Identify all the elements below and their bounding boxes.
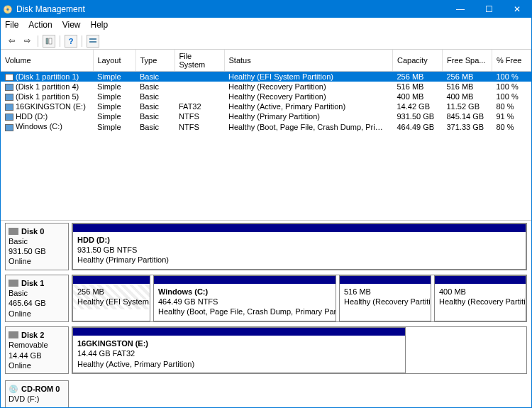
cell-free: 845.14 GB <box>443 111 492 121</box>
app-icon: 📀 <box>1 5 15 14</box>
menu-file[interactable]: File <box>5 20 18 30</box>
cell-layout: Simple <box>93 121 135 131</box>
svg-rect-1 <box>49 38 52 44</box>
volume-icon <box>5 124 13 131</box>
cell-volume: Windows (C:) <box>1 121 93 131</box>
volume-icon <box>5 84 13 91</box>
disk-row-0[interactable]: Disk 0 Basic 931.50 GB Online HDD (D:) 9… <box>5 223 527 270</box>
partition-block[interactable]: 516 MB Healthy (Recovery Partition) <box>339 275 431 321</box>
menu-action[interactable]: Action <box>28 20 52 30</box>
cell-free: 11.52 GB <box>443 101 492 111</box>
cell-layout: Simple <box>93 82 135 92</box>
cell-pct: 91 % <box>492 111 531 121</box>
disk-row-2[interactable]: Disk 2 Removable 14.44 GB Online 16GKING… <box>5 326 527 374</box>
disk-label[interactable]: Disk 0 Basic 931.50 GB Online <box>5 223 69 270</box>
partition-header <box>73 276 150 284</box>
disk-label[interactable]: Disk 2 Removable 14.44 GB Online <box>5 326 69 374</box>
table-row[interactable]: (Disk 1 partition 5)SimpleBasicHealthy (… <box>1 92 531 101</box>
col-volume[interactable]: Volume <box>1 50 93 72</box>
cell-capacity: 256 MB <box>393 72 443 82</box>
view-button[interactable] <box>87 35 99 48</box>
col-capacity[interactable]: Capacity <box>393 50 443 72</box>
col-filesystem[interactable]: File System <box>174 50 224 72</box>
volume-list-empty-area <box>1 132 531 220</box>
back-button[interactable]: ⇦ <box>5 35 18 48</box>
cell-type: Basic <box>135 111 174 121</box>
cell-type: Basic <box>135 92 174 101</box>
cell-capacity: 14.42 GB <box>393 101 443 111</box>
cell-status: Healthy (Recovery Partition) <box>224 92 393 101</box>
show-hide-console-tree-button[interactable] <box>43 35 55 48</box>
menu-view[interactable]: View <box>62 20 81 30</box>
window-title: Disk Management <box>15 4 446 14</box>
cell-pct: 80 % <box>492 121 531 131</box>
cell-capacity: 516 MB <box>393 82 443 92</box>
col-layout[interactable]: Layout <box>93 50 135 72</box>
cell-free: 371.33 GB <box>443 121 492 131</box>
cell-status: Healthy (EFI System Partition) <box>224 72 393 82</box>
menubar: File Action View Help <box>1 18 531 33</box>
cell-type: Basic <box>135 82 174 92</box>
partition-header <box>435 276 526 284</box>
table-row[interactable]: HDD (D:)SimpleBasicNTFSHealthy (Primary … <box>1 111 531 121</box>
cell-free: 256 MB <box>443 72 492 82</box>
cell-layout: Simple <box>93 92 135 101</box>
svg-rect-0 <box>46 38 48 44</box>
separator <box>60 35 60 47</box>
partition-block[interactable]: 400 MB Healthy (Recovery Partition) <box>434 275 526 321</box>
toolbar: ⇦ ⇨ ? <box>1 33 531 50</box>
disk-label[interactable]: Disk 1 Basic 465.64 GB Online <box>5 275 69 322</box>
menu-help[interactable]: Help <box>91 20 109 30</box>
cell-pct: 100 % <box>492 92 531 101</box>
maximize-button[interactable]: ☐ <box>475 1 503 18</box>
cell-fs <box>174 82 224 92</box>
svg-rect-2 <box>89 38 96 40</box>
volume-icon <box>5 104 13 111</box>
titlebar: 📀 Disk Management — ☐ ✕ <box>1 1 531 18</box>
forward-button[interactable]: ⇨ <box>21 35 33 48</box>
col-status[interactable]: Status <box>224 50 393 72</box>
cdrom-icon: 💿 <box>9 384 18 394</box>
minimize-button[interactable]: — <box>446 1 475 18</box>
cell-type: Basic <box>135 101 174 111</box>
cell-fs <box>174 92 224 101</box>
partition-block[interactable]: HDD (D:) 931.50 GB NTFS Healthy (Primary… <box>72 224 526 270</box>
column-headers: Volume Layout Type File System Status Ca… <box>1 50 531 72</box>
svg-rect-3 <box>89 41 96 43</box>
disk-row-1[interactable]: Disk 1 Basic 465.64 GB Online 256 MB Hea… <box>5 275 527 322</box>
cell-volume: (Disk 1 partition 4) <box>1 82 93 92</box>
volume-icon <box>5 74 13 81</box>
cell-pct: 100 % <box>492 72 531 82</box>
partition-block[interactable]: Windows (C:) 464.49 GB NTFS Healthy (Boo… <box>153 275 336 321</box>
help-button[interactable]: ? <box>65 35 77 48</box>
cell-status: Healthy (Boot, Page File, Crash Dump, Pr… <box>224 121 393 131</box>
table-row[interactable]: 16GKINGSTON (E:)SimpleBasicFAT32Healthy … <box>1 101 531 111</box>
disk-row-cdrom[interactable]: 💿CD-ROM 0 DVD (F:) <box>5 380 527 407</box>
col-type[interactable]: Type <box>135 50 174 72</box>
close-button[interactable]: ✕ <box>503 1 531 18</box>
disk-label[interactable]: 💿CD-ROM 0 DVD (F:) <box>5 380 69 407</box>
partition-block[interactable]: 16GKINGSTON (E:) 14.44 GB FAT32 Healthy … <box>72 327 406 373</box>
cell-volume: (Disk 1 partition 5) <box>1 92 93 101</box>
cell-volume: (Disk 1 partition 1) <box>1 72 93 82</box>
cell-layout: Simple <box>93 111 135 121</box>
partition-header <box>340 276 431 284</box>
cell-fs <box>174 72 224 82</box>
table-row[interactable]: Windows (C:)SimpleBasicNTFSHealthy (Boot… <box>1 121 531 131</box>
partition-block-efi[interactable]: 256 MB Healthy (EFI System Partition) <box>72 275 150 321</box>
partition-header <box>73 328 405 336</box>
col-freespace[interactable]: Free Spa... <box>443 50 492 72</box>
partition-header <box>73 224 526 232</box>
disk-icon <box>9 280 18 287</box>
cell-type: Basic <box>135 121 174 131</box>
disk-map: Disk 0 Basic 931.50 GB Online HDD (D:) 9… <box>1 221 531 407</box>
table-row[interactable]: (Disk 1 partition 4)SimpleBasicHealthy (… <box>1 82 531 92</box>
table-row[interactable]: (Disk 1 partition 1)SimpleBasicHealthy (… <box>1 72 531 82</box>
cell-volume: HDD (D:) <box>1 111 93 121</box>
disk-icon <box>9 331 18 338</box>
disk-icon <box>9 228 18 235</box>
cell-capacity: 400 MB <box>393 92 443 101</box>
cell-layout: Simple <box>93 72 135 82</box>
separator <box>38 35 38 47</box>
col-pct-free[interactable]: % Free <box>492 50 531 72</box>
